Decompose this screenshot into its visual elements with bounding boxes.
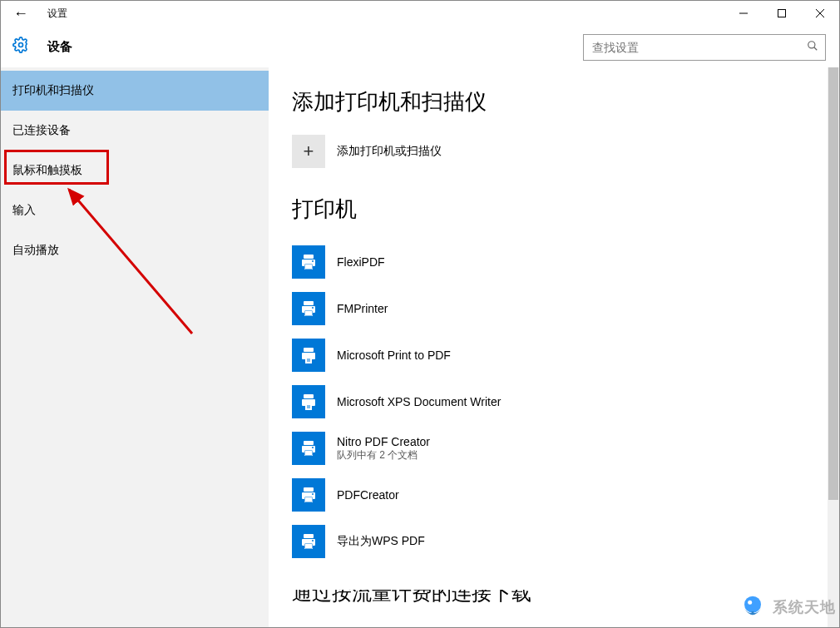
sidebar-item-label: 自动播放 <box>12 243 59 258</box>
printer-icon <box>292 478 325 512</box>
svg-point-44 <box>312 493 314 495</box>
page-title: 设备 <box>47 39 72 55</box>
svg-rect-23 <box>305 357 312 363</box>
printer-item[interactable]: Microsoft XPS Document Writer <box>292 378 816 425</box>
svg-rect-50 <box>305 544 312 548</box>
svg-rect-12 <box>305 265 312 269</box>
sidebar-item-label: 输入 <box>12 203 36 218</box>
svg-point-20 <box>312 307 314 309</box>
printer-icon <box>292 292 325 325</box>
section-printers-title: 打印机 <box>292 195 816 224</box>
svg-rect-43 <box>305 497 312 502</box>
svg-rect-1 <box>778 9 786 17</box>
printer-item[interactable]: Microsoft Print to PDF <box>292 332 816 378</box>
printer-doc-icon <box>292 339 325 372</box>
add-printer-button[interactable]: + 添加打印机或扫描仪 <box>292 135 816 168</box>
watermark-text: 系统天地 <box>773 597 836 617</box>
svg-point-4 <box>19 43 23 47</box>
svg-rect-45 <box>304 534 314 538</box>
sidebar: 打印机和扫描仪 已连接设备 鼠标和触摸板 输入 自动播放 <box>1 67 269 627</box>
svg-point-51 <box>312 540 314 541</box>
printer-icon <box>292 525 325 558</box>
sidebar-item-label: 打印机和扫描仪 <box>12 83 94 98</box>
search-box[interactable] <box>583 34 826 61</box>
printer-icon <box>292 245 325 279</box>
sidebar-item-connected-devices[interactable]: 已连接设备 <box>1 111 269 151</box>
scrollbar[interactable] <box>828 67 839 627</box>
sidebar-item-label: 鼠标和触摸板 <box>12 163 82 178</box>
printer-name: FMPrinter <box>337 302 388 315</box>
svg-rect-36 <box>305 451 312 455</box>
close-button[interactable] <box>801 1 839 27</box>
main-panel: 添加打印机和扫描仪 + 添加打印机或扫描仪 打印机 FlexiPDFFMPrin… <box>269 67 839 627</box>
printer-name: Microsoft XPS Document Writer <box>337 395 501 408</box>
sidebar-item-label: 已连接设备 <box>12 123 71 138</box>
svg-point-37 <box>312 447 314 448</box>
minimize-button[interactable] <box>724 1 763 27</box>
scrollbar-thumb[interactable] <box>828 67 838 500</box>
sidebar-item-mouse-touchpad[interactable]: 鼠标和触摸板 <box>1 151 269 190</box>
sidebar-item-typing[interactable]: 输入 <box>1 190 269 230</box>
gear-icon <box>1 37 41 57</box>
section-add-title: 添加打印机和扫描仪 <box>292 87 816 116</box>
back-button[interactable]: ← <box>1 5 41 22</box>
printer-name: 导出为WPS PDF <box>337 534 425 549</box>
add-printer-label: 添加打印机或扫描仪 <box>337 144 442 159</box>
svg-point-54 <box>744 596 761 613</box>
header: 设备 <box>1 27 839 67</box>
svg-rect-31 <box>304 441 314 445</box>
printer-status: 队列中有 2 个文档 <box>337 448 430 462</box>
svg-rect-38 <box>304 487 314 492</box>
printer-icon <box>292 432 325 465</box>
printer-item[interactable]: FMPrinter <box>292 285 816 332</box>
window-title: 设置 <box>47 7 67 21</box>
printer-doc-icon <box>292 385 325 418</box>
svg-rect-26 <box>304 394 314 398</box>
printer-name: FlexiPDF <box>337 255 385 269</box>
watermark-icon <box>736 591 769 624</box>
svg-rect-19 <box>305 311 312 315</box>
printer-item[interactable]: Nitro PDF Creator队列中有 2 个文档 <box>292 425 816 472</box>
svg-point-13 <box>312 260 314 262</box>
svg-point-5 <box>808 42 815 48</box>
printer-item[interactable]: FlexiPDF <box>292 239 816 285</box>
titlebar: ← 设置 <box>1 1 839 27</box>
svg-rect-28 <box>305 403 312 410</box>
svg-point-55 <box>748 601 752 605</box>
printer-item[interactable]: PDFCreator <box>292 472 816 518</box>
printer-item[interactable]: 导出为WPS PDF <box>292 518 816 565</box>
svg-rect-7 <box>304 255 314 259</box>
printer-name: Microsoft Print to PDF <box>337 349 451 362</box>
search-icon <box>807 40 818 54</box>
search-input[interactable] <box>590 40 807 55</box>
printer-name: Nitro PDF Creator <box>337 435 430 448</box>
svg-rect-21 <box>304 348 314 352</box>
watermark: 系统天地 <box>736 591 836 624</box>
printer-name: PDFCreator <box>337 488 399 502</box>
sidebar-item-autoplay[interactable]: 自动播放 <box>1 230 269 270</box>
printer-list: FlexiPDFFMPrinterMicrosoft Print to PDFM… <box>292 239 816 565</box>
svg-line-6 <box>814 47 818 51</box>
maximize-button[interactable] <box>763 1 801 27</box>
plus-icon: + <box>292 135 325 168</box>
svg-rect-14 <box>304 301 314 305</box>
sidebar-item-printers[interactable]: 打印机和扫描仪 <box>1 71 269 111</box>
